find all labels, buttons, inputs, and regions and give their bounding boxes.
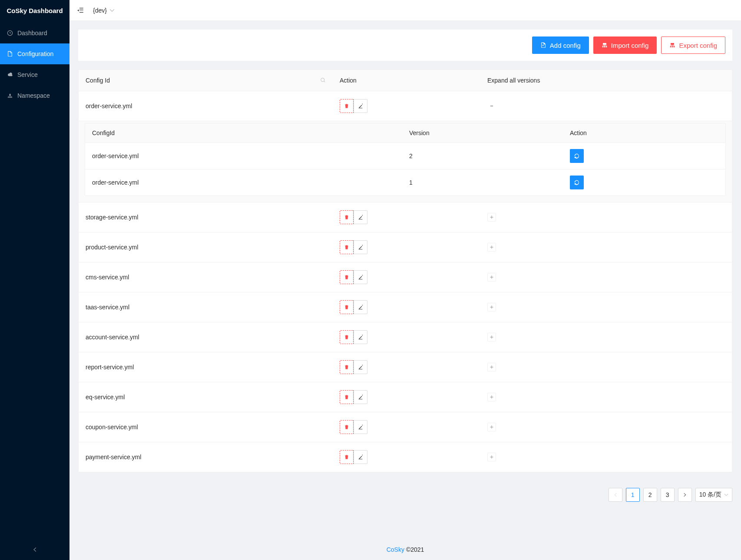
table-row: account-service.yml＋ — [79, 322, 732, 352]
delete-button[interactable] — [340, 330, 354, 344]
cell-action — [333, 232, 480, 262]
edit-button[interactable] — [354, 240, 367, 254]
edit-button[interactable] — [354, 99, 367, 113]
expand-row-button[interactable]: ＋ — [487, 273, 496, 282]
expand-row-button[interactable]: ＋ — [487, 393, 496, 401]
cell-action — [333, 202, 480, 232]
rollback-button[interactable] — [570, 176, 584, 189]
namespace-select[interactable]: {dev} — [93, 7, 115, 14]
table-row: storage-service.yml＋ — [79, 202, 732, 232]
import-icon — [602, 42, 608, 48]
delete-button[interactable] — [340, 270, 354, 284]
cell-expand: ＋ — [480, 382, 732, 412]
delete-button[interactable] — [340, 240, 354, 254]
edit-button[interactable] — [354, 360, 367, 374]
cell-nested-action — [563, 169, 725, 196]
sidebar-item-label: Configuration — [17, 50, 53, 57]
page-next-button[interactable] — [678, 488, 692, 502]
delete-button[interactable] — [340, 99, 354, 113]
edit-button[interactable] — [354, 330, 367, 344]
menu-fold-icon[interactable] — [76, 7, 84, 14]
import-config-button[interactable]: Import config — [593, 36, 657, 54]
cell-config-id: storage-service.yml — [79, 202, 333, 232]
delete-button[interactable] — [340, 210, 354, 224]
cell-config-id: taas-service.yml — [79, 292, 333, 322]
chevron-down-icon — [724, 493, 728, 497]
search-icon[interactable] — [320, 77, 326, 83]
cell-expand: ＋ — [480, 292, 732, 322]
expand-row-button[interactable]: ＋ — [487, 303, 496, 311]
table-row: cms-service.yml＋ — [79, 262, 732, 292]
delete-button[interactable] — [340, 420, 354, 434]
config-table-card: Config Id Action Expand all versions ord… — [78, 70, 732, 472]
version-row: order-service.yml2 — [85, 143, 725, 169]
edit-button[interactable] — [354, 390, 367, 404]
edit-button[interactable] — [354, 450, 367, 464]
footer-link[interactable]: CoSky — [387, 546, 404, 553]
col-config-id: Config Id — [79, 70, 333, 91]
expand-row-button[interactable]: ＋ — [487, 243, 496, 252]
cell-expand: ＋ — [480, 412, 732, 442]
expand-row-button[interactable]: ＋ — [487, 453, 496, 461]
pagination: 123 10 条/页 — [69, 481, 741, 513]
edit-button[interactable] — [354, 210, 367, 224]
cell-nested-config-id: order-service.yml — [85, 169, 402, 196]
add-config-button[interactable]: Add config — [532, 36, 589, 54]
footer: CoSky ©2021 — [69, 539, 741, 560]
cell-config-id: order-service.yml — [79, 91, 333, 121]
cell-config-id: eq-service.yml — [79, 382, 333, 412]
delete-button[interactable] — [340, 450, 354, 464]
page-size-label: 10 条/页 — [699, 491, 721, 499]
nested-col-action: Action — [563, 123, 725, 143]
cell-nested-config-id: order-service.yml — [85, 143, 402, 169]
file-icon — [7, 51, 13, 57]
dashboard-icon — [7, 30, 13, 36]
sidebar-menu: Dashboard Configuration Service Namespac… — [0, 21, 69, 106]
cell-config-id: account-service.yml — [79, 322, 333, 352]
sidebar: CoSky Dashboard Dashboard Configuration … — [0, 0, 69, 560]
expand-row-button[interactable]: ＋ — [487, 333, 496, 341]
col-expand: Expand all versions — [480, 70, 732, 91]
sidebar-item-service[interactable]: Service — [0, 64, 69, 85]
edit-button[interactable] — [354, 420, 367, 434]
delete-button[interactable] — [340, 360, 354, 374]
page-3-button[interactable]: 3 — [661, 488, 675, 502]
cell-nested-version: 2 — [402, 143, 563, 169]
cell-expand: ＋ — [480, 262, 732, 292]
page-prev-button[interactable] — [609, 488, 622, 502]
rollback-button[interactable] — [570, 149, 584, 163]
page-1-button[interactable]: 1 — [626, 488, 640, 502]
cell-action — [333, 442, 480, 472]
file-add-icon — [540, 42, 546, 48]
table-row: taas-service.yml＋ — [79, 292, 732, 322]
page-size-select[interactable]: 10 条/页 — [695, 488, 732, 502]
collapse-row-button[interactable]: － — [487, 102, 496, 110]
page-2-button[interactable]: 2 — [643, 488, 657, 502]
cell-config-id: report-service.yml — [79, 352, 333, 382]
sidebar-item-configuration[interactable]: Configuration — [0, 43, 69, 64]
content-area: Add config Import config Export config C… — [69, 0, 741, 534]
expand-row-button[interactable]: ＋ — [487, 363, 496, 371]
expand-row-button[interactable]: ＋ — [487, 213, 496, 222]
add-config-label: Add config — [550, 42, 581, 49]
sidebar-item-dashboard[interactable]: Dashboard — [0, 23, 69, 43]
sidebar-item-namespace[interactable]: Namespace — [0, 85, 69, 106]
brand-title: CoSky Dashboard — [0, 0, 69, 21]
chevron-right-icon — [683, 493, 687, 497]
table-row: report-service.yml＋ — [79, 352, 732, 382]
cell-expand: ＋ — [480, 442, 732, 472]
delete-button[interactable] — [340, 390, 354, 404]
footer-copyright: ©2021 — [406, 546, 424, 553]
table-row: eq-service.yml＋ — [79, 382, 732, 412]
version-table: ConfigIdVersionActionorder-service.yml2o… — [85, 123, 725, 196]
sidebar-collapse-toggle[interactable] — [0, 539, 69, 560]
delete-button[interactable] — [340, 300, 354, 314]
cell-expand: ＋ — [480, 322, 732, 352]
export-config-button[interactable]: Export config — [661, 36, 725, 54]
expand-row-button[interactable]: ＋ — [487, 423, 496, 431]
edit-button[interactable] — [354, 270, 367, 284]
edit-button[interactable] — [354, 300, 367, 314]
export-icon — [669, 42, 675, 48]
cell-action — [333, 322, 480, 352]
toolbar: Add config Import config Export config — [78, 30, 732, 61]
